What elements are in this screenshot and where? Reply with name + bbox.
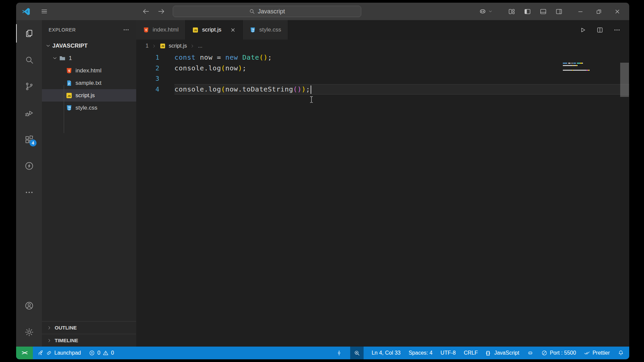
code-line-1: 1const now = new Date();	[136, 52, 629, 63]
file-sample-txt[interactable]: sample.txt	[42, 77, 136, 89]
files-icon	[24, 29, 34, 38]
activity-item-explorer[interactable]	[16, 20, 42, 47]
css-file-icon	[250, 27, 256, 33]
code-editor[interactable]: 1const now = new Date();2console.log(now…	[136, 52, 629, 347]
braces-icon: {}	[486, 350, 492, 356]
status-label: Ln 4, Col 33	[372, 350, 400, 356]
section-label: OUTLINE	[55, 325, 77, 330]
js-file-icon: JS	[192, 27, 199, 33]
sidebar-header: EXPLORER	[42, 20, 136, 40]
activity-item-accounts[interactable]	[16, 292, 42, 319]
tree-indent-guide	[64, 85, 64, 133]
code-line-3: 3	[136, 73, 629, 84]
section-timeline[interactable]: TIMELINE	[42, 334, 136, 347]
js-file-icon: JS	[160, 43, 166, 49]
minimize-button[interactable]	[577, 8, 584, 15]
back-arrow-icon[interactable]	[142, 7, 150, 15]
tab-style-css[interactable]: style.css	[243, 20, 288, 40]
minimap[interactable]	[563, 63, 590, 72]
chevron-down-icon	[45, 43, 51, 49]
file-label: script.js	[75, 92, 95, 99]
code-text: console.log(now.toDateString());	[174, 84, 629, 95]
activity-item-additional-views[interactable]	[16, 179, 42, 205]
activity-item-run-and-debug[interactable]	[16, 100, 42, 126]
explorer-sidebar: EXPLORER JAVASCRIPT 1 5index.htmlsample.…	[42, 20, 136, 347]
extensions-icon: 4	[24, 135, 34, 144]
window-controls	[577, 8, 629, 15]
toggle-primary-sidebar-icon[interactable]	[524, 8, 531, 15]
activity-item-search[interactable]	[16, 47, 42, 73]
activity-item-settings[interactable]	[16, 319, 42, 345]
status-cursor-position[interactable]: Ln 4, Col 33	[372, 347, 400, 359]
copilot-icon	[479, 7, 487, 15]
section-label: TIMELINE	[55, 338, 78, 343]
toggle-secondary-sidebar-icon[interactable]	[555, 8, 562, 15]
rocket-icon	[38, 350, 44, 356]
txt-file-icon	[66, 80, 72, 86]
status-notifications[interactable]	[618, 347, 624, 359]
svg-text:JS: JS	[161, 45, 164, 48]
status-zoom-indicator[interactable]	[350, 347, 364, 359]
status-indentation[interactable]: Spaces: 4	[409, 347, 432, 359]
mouse-ibeam-cursor	[309, 96, 314, 103]
circle-slash-icon	[541, 350, 547, 356]
status-prettier[interactable]: Prettier	[584, 347, 610, 359]
status-count: 0	[97, 350, 100, 356]
tab-script-js[interactable]: JSscript.js	[185, 20, 243, 40]
status-label: Port : 5500	[550, 350, 576, 356]
code-text: const now = new Date();	[174, 52, 629, 63]
file-index-html[interactable]: 5index.html	[42, 64, 136, 77]
activity-item-extensions[interactable]: 4	[16, 126, 42, 153]
tab-label: index.html	[153, 26, 178, 33]
line-number: 4	[136, 84, 174, 95]
tab-label: style.css	[259, 26, 281, 33]
lightning-icon	[24, 161, 34, 171]
folder-row[interactable]: 1	[42, 52, 136, 64]
file-style-css[interactable]: style.css	[42, 102, 136, 114]
command-center-search[interactable]: Javascript	[173, 6, 361, 17]
status-encoding[interactable]: UTF-8	[440, 347, 455, 359]
run-debug-icon	[24, 108, 34, 118]
status-launchpad[interactable]: Launchpad	[38, 347, 81, 359]
status-problems[interactable]: 00	[89, 347, 114, 359]
html-file-icon: 5	[66, 67, 72, 74]
breadcrumb-item[interactable]: 1	[146, 43, 149, 49]
close-button[interactable]	[614, 8, 621, 15]
activity-item-source-control[interactable]	[16, 73, 42, 100]
activity-item-thunder-client[interactable]	[16, 153, 42, 179]
forward-arrow-icon[interactable]	[157, 7, 165, 15]
close-tab-icon[interactable]	[230, 27, 236, 33]
remote-indicator[interactable]: ><	[16, 347, 33, 359]
scrollbar-slider[interactable]	[620, 63, 629, 97]
file-label: style.css	[75, 105, 97, 111]
status-live-server-port[interactable]: Port : 5500	[541, 347, 576, 359]
vertical-scrollbar[interactable]	[620, 52, 629, 347]
file-label: index.html	[75, 67, 101, 74]
code-line-2: 2console.log(now);	[136, 63, 629, 74]
line-number: 3	[136, 73, 174, 84]
minimap-line	[563, 65, 590, 66]
status-copilot-status[interactable]	[527, 347, 533, 359]
minimap-line	[563, 63, 590, 64]
run-file-icon[interactable]	[579, 26, 586, 34]
status-screencast[interactable]	[336, 347, 342, 359]
breadcrumb-item[interactable]: script.js	[169, 43, 187, 49]
tab-index-html[interactable]: 5index.html	[136, 20, 185, 40]
copilot-menu[interactable]	[479, 7, 493, 15]
more-actions-icon[interactable]	[613, 26, 621, 34]
status-language-mode[interactable]: {}JavaScript	[486, 347, 519, 359]
extensions-badge: 4	[30, 139, 37, 146]
status-eol-sequence[interactable]: CRLF	[464, 347, 478, 359]
more-actions-icon[interactable]	[123, 26, 129, 33]
breadcrumb-item[interactable]: ...	[198, 43, 202, 49]
maximize-button[interactable]	[596, 8, 602, 15]
double-check-icon	[584, 350, 590, 356]
file-script-js[interactable]: JSscript.js	[42, 89, 136, 102]
workspace-label: JAVASCRIPT	[52, 43, 88, 49]
toggle-panel-icon[interactable]	[540, 8, 547, 15]
workspace-root-row[interactable]: JAVASCRIPT	[42, 40, 136, 52]
customize-layout-icon[interactable]	[508, 8, 515, 15]
section-outline[interactable]: OUTLINE	[42, 321, 136, 334]
split-editor-icon[interactable]	[596, 26, 603, 34]
menu-icon[interactable]	[41, 8, 48, 15]
